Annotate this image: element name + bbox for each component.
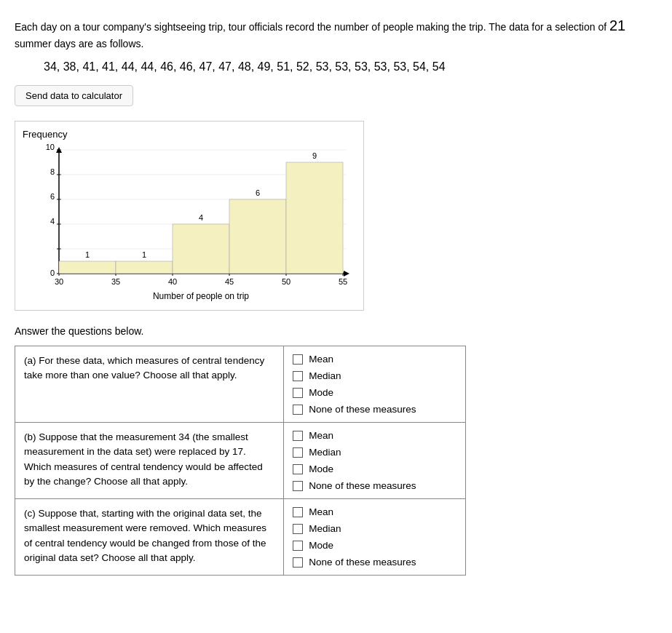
- svg-text:0: 0: [50, 268, 55, 277]
- chart-container: Frequency 0 2 4 6 8: [15, 121, 364, 311]
- option-label-b-3: None of these measures: [309, 480, 416, 491]
- checkbox-b-median[interactable]: [293, 447, 303, 458]
- option-label-c-3: None of these measures: [309, 557, 416, 568]
- option-label-b-1: Median: [309, 447, 341, 458]
- intro-text-before: Each day on a tour company's sightseeing…: [15, 21, 606, 33]
- checkbox-a-median[interactable]: [293, 371, 303, 381]
- option-label-a-2: Mode: [309, 387, 333, 398]
- checkbox-c-mode[interactable]: [293, 541, 303, 551]
- checkbox-a-none-of-these-measures[interactable]: [293, 405, 303, 415]
- svg-rect-33: [59, 261, 116, 274]
- checkbox-b-mode[interactable]: [293, 464, 303, 474]
- svg-text:6: 6: [50, 192, 55, 201]
- option-row-c-0: Mean: [293, 506, 456, 517]
- chart-area: 0 2 4 6 8 10 30 35 40 45: [23, 143, 357, 303]
- option-label-c-2: Mode: [309, 540, 333, 551]
- svg-text:1: 1: [85, 250, 90, 259]
- option-row-a-2: Mode: [293, 387, 456, 398]
- option-row-c-1: Median: [293, 523, 456, 534]
- question-cell-b: (b) Suppose that the measurement 34 (the…: [15, 423, 284, 499]
- option-row-a-3: None of these measures: [293, 404, 456, 415]
- chart-y-label: Frequency: [23, 129, 356, 140]
- svg-text:1: 1: [142, 250, 146, 259]
- chart-svg: 0 2 4 6 8 10 30 35 40 45: [23, 143, 357, 303]
- checkbox-c-mean[interactable]: [293, 507, 303, 517]
- svg-text:4: 4: [199, 213, 203, 222]
- intro-text-after: summer days are as follows.: [15, 38, 143, 49]
- option-row-b-3: None of these measures: [293, 480, 456, 491]
- svg-rect-39: [229, 199, 286, 274]
- send-data-button[interactable]: Send data to calculator: [15, 85, 133, 106]
- intro-big-number: 21: [609, 17, 625, 33]
- options-cell-c: MeanMedianModeNone of these measures: [284, 499, 466, 576]
- svg-rect-37: [173, 224, 229, 274]
- option-label-a-1: Median: [309, 370, 341, 381]
- option-label-a-0: Mean: [309, 354, 333, 365]
- options-cell-b: MeanMedianModeNone of these measures: [284, 423, 466, 499]
- svg-text:4: 4: [50, 217, 55, 226]
- checkbox-c-none-of-these-measures[interactable]: [293, 557, 303, 568]
- svg-text:50: 50: [282, 277, 290, 286]
- intro-paragraph: Each day on a tour company's sightseeing…: [15, 15, 657, 52]
- svg-text:35: 35: [111, 277, 120, 286]
- svg-text:8: 8: [50, 167, 55, 176]
- svg-text:30: 30: [55, 277, 63, 286]
- checkbox-a-mean[interactable]: [293, 354, 303, 365]
- question-cell-c: (c) Suppose that, starting with the orig…: [15, 499, 284, 576]
- checkbox-b-mean[interactable]: [293, 431, 303, 441]
- svg-rect-41: [286, 162, 343, 274]
- option-row-a-1: Median: [293, 370, 456, 381]
- svg-text:6: 6: [256, 188, 260, 197]
- checkbox-b-none-of-these-measures[interactable]: [293, 481, 303, 491]
- svg-text:Number of people on trip: Number of people on trip: [153, 291, 249, 301]
- option-label-b-2: Mode: [309, 463, 333, 474]
- data-set: 34, 38, 41, 41, 44, 44, 46, 46, 47, 47, …: [44, 60, 657, 73]
- option-row-c-3: None of these measures: [293, 557, 456, 568]
- answer-section-label: Answer the questions below.: [15, 325, 657, 337]
- svg-rect-35: [116, 261, 173, 274]
- svg-text:45: 45: [225, 277, 234, 286]
- option-label-c-1: Median: [309, 523, 341, 534]
- option-row-b-0: Mean: [293, 430, 456, 441]
- option-label-c-0: Mean: [309, 506, 333, 517]
- svg-marker-3: [344, 271, 349, 276]
- svg-text:55: 55: [339, 277, 347, 286]
- option-label-a-3: None of these measures: [309, 404, 416, 415]
- question-cell-a: (a) For these data, which measures of ce…: [15, 346, 284, 423]
- option-row-b-2: Mode: [293, 463, 456, 474]
- option-row-c-2: Mode: [293, 540, 456, 551]
- checkbox-a-mode[interactable]: [293, 388, 303, 398]
- option-label-b-0: Mean: [309, 430, 333, 441]
- qa-table: (a) For these data, which measures of ce…: [15, 346, 466, 576]
- svg-text:40: 40: [168, 277, 177, 286]
- options-cell-a: MeanMedianModeNone of these measures: [284, 346, 466, 423]
- svg-text:9: 9: [312, 151, 317, 160]
- svg-text:10: 10: [46, 143, 55, 151]
- option-row-a-0: Mean: [293, 354, 456, 365]
- option-row-b-1: Median: [293, 447, 456, 458]
- checkbox-c-median[interactable]: [293, 524, 303, 534]
